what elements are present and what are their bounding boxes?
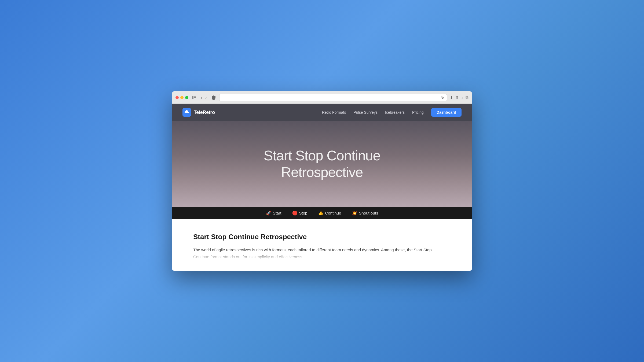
new-tab-icon[interactable]: +	[461, 95, 463, 100]
hero-section: Start Stop Continue Retrospective	[172, 121, 472, 207]
browser-chrome: ‹ › ↻ ⬇ ⬆ + ⧉	[172, 91, 472, 104]
dashboard-button[interactable]: Dashboard	[431, 108, 462, 117]
tab-bar: 🚀 Start 🛑 Stop 👍 Continue 💥 Shout outs	[172, 207, 472, 219]
browser-actions: ⬇ ⬆ + ⧉	[450, 95, 469, 100]
stop-icon: 🛑	[292, 210, 298, 216]
tab-continue-label: Continue	[325, 211, 341, 215]
maximize-button[interactable]	[185, 96, 188, 99]
sidebar-toggle-icon[interactable]	[191, 95, 197, 101]
tab-shout-outs-label: Shout outs	[359, 211, 378, 215]
back-button[interactable]: ‹	[200, 95, 203, 101]
logo[interactable]: TeleRetro	[182, 108, 215, 117]
logo-icon	[182, 108, 191, 117]
shield-icon	[211, 95, 217, 101]
browser-window: ‹ › ↻ ⬇ ⬆ + ⧉	[172, 91, 472, 271]
content-title: Start Stop Continue Retrospective	[193, 233, 451, 241]
rocket-icon: 🚀	[266, 210, 271, 216]
logo-text: TeleRetro	[194, 110, 215, 115]
minimize-button[interactable]	[180, 96, 184, 99]
tab-continue[interactable]: 👍 Continue	[318, 210, 341, 216]
tab-start[interactable]: 🚀 Start	[266, 210, 281, 216]
website: TeleRetro Retro Formats Pulse Surveys Ic…	[172, 104, 472, 271]
thumbs-up-icon: 👍	[318, 210, 323, 216]
content-paragraph-1: The world of agile retrospectives is ric…	[193, 246, 451, 253]
refresh-icon[interactable]: ↻	[441, 96, 444, 100]
share-icon[interactable]: ⬆	[455, 95, 459, 100]
svg-rect-3	[194, 99, 196, 99]
tab-stop[interactable]: 🛑 Stop	[292, 210, 308, 216]
nav-pulse-surveys[interactable]: Pulse Surveys	[353, 110, 377, 114]
svg-rect-0	[192, 96, 193, 99]
nav-links: Retro Formats Pulse Surveys Icebreakers …	[322, 108, 462, 117]
tab-start-label: Start	[273, 211, 281, 215]
svg-rect-1	[194, 96, 196, 97]
nav-pricing[interactable]: Pricing	[412, 110, 424, 114]
download-icon[interactable]: ⬇	[450, 95, 453, 100]
svg-rect-2	[194, 97, 196, 98]
address-bar[interactable]: ↻	[219, 94, 447, 101]
browser-nav: ‹ ›	[200, 95, 208, 101]
tabs-icon[interactable]: ⧉	[466, 95, 469, 100]
hero-title: Start Stop Continue Retrospective	[264, 147, 380, 181]
content-area: Start Stop Continue Retrospective The wo…	[172, 219, 472, 271]
forward-button[interactable]: ›	[204, 95, 208, 101]
star-icon: 💥	[352, 210, 357, 216]
content-paragraph-2: Continue format stands out for its simpl…	[193, 253, 451, 260]
tab-stop-label: Stop	[299, 211, 308, 215]
nav-retro-formats[interactable]: Retro Formats	[322, 110, 346, 114]
nav-icebreakers[interactable]: Icebreakers	[385, 110, 405, 114]
tab-shout-outs[interactable]: 💥 Shout outs	[352, 210, 378, 216]
traffic-lights	[175, 96, 188, 99]
navbar: TeleRetro Retro Formats Pulse Surveys Ic…	[172, 104, 472, 121]
close-button[interactable]	[175, 96, 179, 99]
